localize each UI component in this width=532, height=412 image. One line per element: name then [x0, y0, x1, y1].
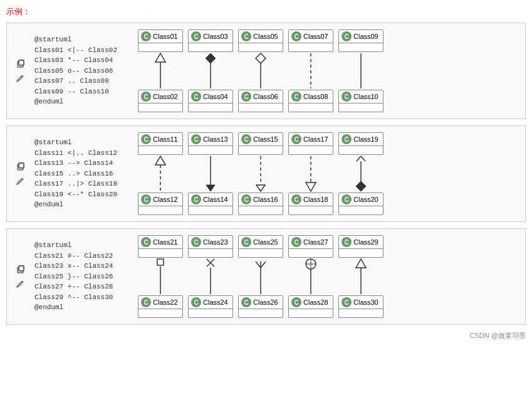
- class-name: Class07: [303, 33, 328, 40]
- class-node: C Class15: [238, 132, 283, 155]
- class-icon: C: [291, 194, 301, 204]
- section-3: @startuml Class21 #-- Class22 Class23 x-…: [6, 228, 526, 325]
- class-name: Class20: [353, 196, 378, 203]
- class-icon: C: [241, 134, 251, 144]
- class-node: C Class05: [238, 29, 283, 52]
- class-node: C Class30: [338, 295, 383, 318]
- class-node: C Class07: [288, 29, 333, 52]
- pair-2: C Class25 C Class26: [238, 235, 283, 318]
- class-node: C Class19: [338, 132, 383, 155]
- class-name: Class25: [253, 238, 278, 246]
- copy-icon[interactable]: [14, 57, 27, 70]
- diagram-col: C Class01 C Class02 C Class03 C Class04: [138, 29, 519, 112]
- class-name: Class21: [153, 238, 178, 246]
- class-icon: C: [241, 237, 251, 247]
- code-block: @startuml Class21 #-- Class22 Class23 x-…: [34, 240, 132, 313]
- class-node: C Class16: [238, 193, 283, 215]
- class-icon: C: [191, 194, 201, 204]
- pair-3: C Class07 C Class08: [288, 29, 333, 112]
- pair-1: C Class13 C Class14: [188, 132, 233, 215]
- svg-line-23: [357, 156, 361, 161]
- class-icon: C: [141, 194, 151, 204]
- class-node: C Class13: [188, 132, 233, 155]
- class-name: Class11: [153, 135, 178, 143]
- class-node: C Class29: [338, 235, 383, 258]
- svg-marker-19: [256, 185, 265, 191]
- class-icon: C: [141, 134, 151, 144]
- class-node: C Class14: [188, 193, 233, 215]
- class-icon: C: [141, 237, 151, 247]
- edit-icon[interactable]: [14, 175, 27, 188]
- class-name: Class22: [153, 298, 178, 306]
- class-name: Class14: [203, 196, 228, 203]
- class-node: C Class03: [188, 29, 233, 52]
- pair-1: C Class03 C Class04: [188, 29, 233, 112]
- class-node: C Class22: [138, 295, 183, 318]
- class-node: C Class01: [138, 29, 183, 52]
- class-icon: C: [291, 134, 301, 144]
- class-node: C Class24: [188, 295, 233, 318]
- diagram-col: C Class11 C Class12 C Class13 C Class14: [138, 132, 519, 215]
- svg-marker-25: [356, 181, 366, 191]
- class-icon: C: [141, 31, 151, 41]
- class-node: C Class10: [338, 90, 383, 112]
- class-name: Class18: [303, 196, 328, 203]
- svg-marker-8: [256, 53, 266, 63]
- watermark: CSDN @微莱羽墨: [6, 331, 526, 341]
- copy-icon[interactable]: [14, 263, 27, 275]
- class-name: Class15: [253, 135, 278, 143]
- svg-marker-43: [356, 259, 366, 268]
- class-name: Class26: [253, 298, 278, 306]
- pair-4: C Class19 C Class20: [338, 132, 383, 215]
- class-icon: C: [291, 31, 301, 41]
- class-icon: C: [141, 92, 151, 102]
- class-name: Class08: [303, 93, 328, 100]
- svg-rect-1: [19, 60, 24, 65]
- class-icon: C: [342, 134, 352, 144]
- class-icon: C: [241, 297, 251, 307]
- class-name: Class17: [303, 135, 328, 143]
- class-node: C Class18: [288, 193, 333, 215]
- class-icon: C: [241, 92, 251, 102]
- pair-4: C Class09 C Class10: [338, 29, 383, 112]
- class-icon: C: [191, 297, 201, 307]
- class-node: C Class20: [338, 193, 383, 215]
- copy-icon[interactable]: [14, 160, 27, 172]
- class-name: Class12: [153, 196, 178, 203]
- class-icon: C: [241, 31, 251, 41]
- pair-3: C Class17 C Class18: [288, 132, 333, 215]
- pair-0: C Class01 C Class02: [138, 29, 183, 112]
- class-node: C Class11: [138, 132, 183, 155]
- section-2: @startuml Class11 <|.. Class12 Class13 -…: [6, 125, 526, 222]
- edit-icon[interactable]: [14, 278, 27, 290]
- svg-marker-21: [306, 182, 316, 191]
- class-icon: C: [342, 31, 352, 41]
- class-node: C Class12: [138, 193, 183, 215]
- class-node: C Class27: [288, 235, 333, 258]
- class-name: Class19: [353, 135, 378, 143]
- class-icon: C: [291, 297, 301, 307]
- class-name: Class23: [203, 238, 228, 246]
- class-name: Class30: [353, 298, 378, 306]
- svg-marker-17: [206, 185, 215, 191]
- edit-icon[interactable]: [14, 72, 27, 85]
- svg-line-35: [256, 261, 261, 268]
- pair-0: C Class21 C Class22: [138, 235, 183, 318]
- svg-rect-27: [19, 266, 24, 271]
- class-node: C Class17: [288, 132, 333, 155]
- code-block: @startuml Class01 <|-- Class02 Class03 *…: [34, 34, 132, 107]
- class-name: Class02: [153, 93, 178, 100]
- class-name: Class16: [253, 196, 278, 203]
- pair-2: C Class05 C Class06: [238, 29, 283, 112]
- code-block: @startuml Class11 <|.. Class12 Class13 -…: [34, 137, 132, 210]
- svg-line-24: [361, 156, 365, 161]
- svg-marker-6: [206, 53, 216, 63]
- class-node: C Class25: [238, 235, 283, 258]
- class-name: Class27: [303, 238, 328, 246]
- class-icon: C: [342, 194, 352, 204]
- class-node: C Class08: [288, 90, 333, 112]
- class-node: C Class04: [188, 90, 233, 112]
- class-name: Class24: [203, 298, 228, 306]
- diagram-col: C Class21 C Class22 C Class23 C Class24: [138, 235, 519, 318]
- class-icon: C: [342, 92, 352, 102]
